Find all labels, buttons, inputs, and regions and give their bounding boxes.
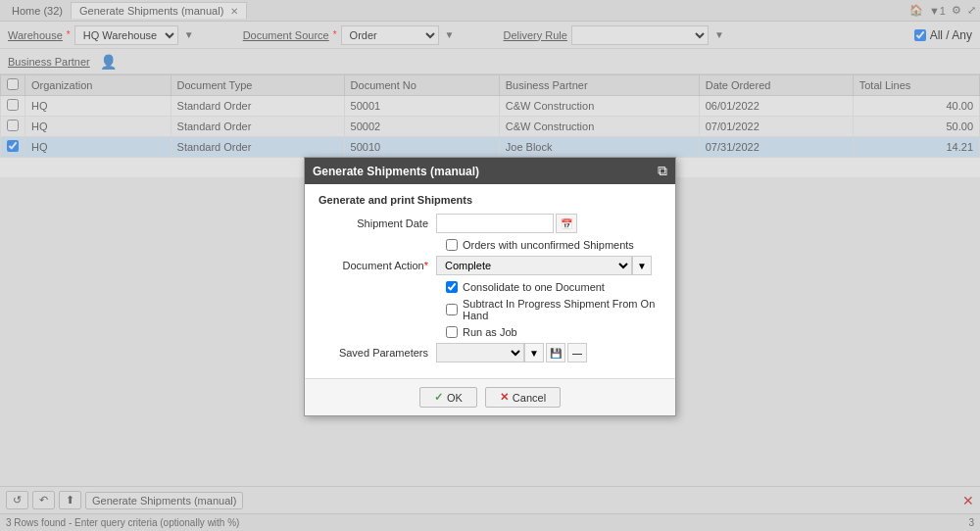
modal-footer: ✓ OK ✕ Cancel xyxy=(305,378,675,415)
saved-parameters-label: Saved Parameters xyxy=(318,347,436,359)
consolidate-label: Consolidate to one Document xyxy=(463,281,605,293)
consolidate-checkbox[interactable] xyxy=(446,281,458,293)
subtract-row: Subtract In Progress Shipment From On Ha… xyxy=(318,298,662,321)
shipment-date-row: Shipment Date 📅 xyxy=(318,214,662,233)
saved-params-dropdown-arrow[interactable]: ▼ xyxy=(524,343,544,362)
ok-check-icon: ✓ xyxy=(434,391,443,404)
orders-unconfirmed-label: Orders with unconfirmed Shipments xyxy=(463,239,634,251)
saved-parameters-row: Saved Parameters ▼ 💾 — xyxy=(318,343,662,362)
saved-params-clear-button[interactable]: — xyxy=(567,343,587,362)
document-action-row: Document Action Complete Approve Prepare… xyxy=(318,256,662,275)
consolidate-row: Consolidate to one Document xyxy=(318,281,662,293)
orders-unconfirmed-row: Orders with unconfirmed Shipments xyxy=(318,239,662,251)
modal-overlay: Generate Shipments (manual) ⧉ Generate a… xyxy=(0,0,980,531)
cancel-button[interactable]: ✕ Cancel xyxy=(485,387,561,408)
modal-close-button[interactable]: ⧉ xyxy=(658,163,667,179)
modal-header: Generate Shipments (manual) ⧉ xyxy=(305,158,675,184)
run-as-job-checkbox[interactable] xyxy=(446,326,458,338)
document-action-select[interactable]: Complete Approve Prepare Close Void xyxy=(436,256,632,275)
run-as-job-row: Run as Job xyxy=(318,326,662,338)
cancel-x-icon: ✕ xyxy=(500,391,509,404)
generate-shipments-modal: Generate Shipments (manual) ⧉ Generate a… xyxy=(304,157,676,416)
subtract-checkbox[interactable] xyxy=(446,304,458,315)
modal-title: Generate Shipments (manual) xyxy=(313,165,479,178)
document-action-label: Document Action xyxy=(318,260,436,271)
saved-parameters-select[interactable] xyxy=(436,343,524,362)
run-as-job-label: Run as Job xyxy=(463,326,517,338)
orders-unconfirmed-checkbox[interactable] xyxy=(446,239,458,251)
modal-section-title: Generate and print Shipments xyxy=(318,194,662,206)
calendar-button[interactable]: 📅 xyxy=(556,214,577,233)
shipment-date-label: Shipment Date xyxy=(318,217,436,229)
saved-params-save-button[interactable]: 💾 xyxy=(546,343,565,362)
cancel-label: Cancel xyxy=(513,392,546,404)
document-action-dropdown-arrow[interactable]: ▼ xyxy=(632,256,652,275)
subtract-label: Subtract In Progress Shipment From On Ha… xyxy=(463,298,662,321)
shipment-date-input[interactable] xyxy=(436,214,554,233)
ok-label: OK xyxy=(447,392,463,404)
modal-body: Generate and print Shipments Shipment Da… xyxy=(305,184,675,378)
ok-button[interactable]: ✓ OK xyxy=(419,387,477,408)
